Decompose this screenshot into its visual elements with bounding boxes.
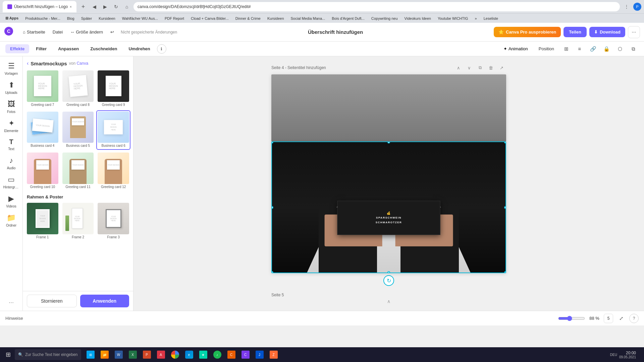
tab-close-btn[interactable]: × xyxy=(70,5,72,9)
extensions-btn[interactable]: ⋮ xyxy=(622,2,631,11)
position-btn[interactable]: Position xyxy=(535,44,558,53)
mockup-greeting11[interactable]: YOUR DESIGN Greeting card 11 xyxy=(61,151,95,191)
bookmark-14[interactable]: Youtube WICHTIG xyxy=(435,16,471,21)
sidebar-item-more[interactable]: ··· xyxy=(2,296,21,308)
bookmark-more[interactable]: » xyxy=(472,16,480,21)
browser-tab[interactable]: Überschrift hinzufügen – Logo × xyxy=(3,1,76,12)
mockup-greeting8[interactable]: YOURDESIGNHERE Greeting card 8 xyxy=(61,69,95,109)
align-icon-btn[interactable]: ≡ xyxy=(574,44,585,54)
tab-filter[interactable]: Filter xyxy=(31,44,51,53)
panel-source-link[interactable]: Canva xyxy=(76,61,88,66)
new-tab-btn[interactable]: + xyxy=(78,2,88,11)
bottom-rotate-btn[interactable]: ↻ xyxy=(383,275,394,286)
more-btn[interactable]: ··· xyxy=(628,26,640,38)
bookmark-7[interactable]: Cload + Canva Bilder... xyxy=(188,16,231,21)
page4-delete-btn[interactable]: 🗑 xyxy=(486,63,495,72)
apply-btn[interactable]: Anwenden xyxy=(80,295,129,307)
bookmark-reading[interactable]: Leseliste xyxy=(481,16,501,21)
refresh-btn[interactable]: ↻ xyxy=(111,2,121,11)
info-btn[interactable]: ℹ xyxy=(157,44,166,54)
taskbar-item-app9[interactable]: ♪ xyxy=(211,348,224,361)
mockup-greeting9[interactable]: YOURDESIGNHERE Greeting card 9 xyxy=(96,69,130,109)
sidebar-item-elemente[interactable]: ✦ Elemente xyxy=(2,116,21,135)
tab-umdrehen[interactable]: Umdrehen xyxy=(124,44,155,53)
sidebar-item-uploads[interactable]: ⬆ Uploads xyxy=(2,78,21,97)
mockup-frame3[interactable]: YOURDESIGNHERE Frame 3 xyxy=(96,201,130,241)
resize-nav-btn[interactable]: ↔ Größe ändern xyxy=(67,27,106,37)
undo-btn[interactable]: ↩ xyxy=(107,27,117,37)
bookmark-13[interactable]: Videokurs Ideen xyxy=(402,16,434,21)
mockup-greeting7[interactable]: YOURDESIGNHERE Greeting card 7 xyxy=(25,69,60,109)
bookmark-12[interactable]: Copywriting neu xyxy=(369,16,400,21)
canva-home-btn[interactable]: C xyxy=(4,26,13,38)
mockup-business5[interactable]: YOUR DESIGN Business card 5 xyxy=(61,110,95,150)
sidebar-item-vorlagen[interactable]: ☰ Vorlagen xyxy=(2,59,21,77)
handle-br[interactable] xyxy=(504,271,506,273)
taskbar-item-ppt[interactable]: P xyxy=(140,348,154,361)
taskbar-item-wv[interactable]: W xyxy=(112,348,125,361)
pages-collapse-btn[interactable]: ∧ xyxy=(271,299,506,304)
bookmark-3[interactable]: Später xyxy=(78,16,95,21)
handle-tr[interactable] xyxy=(504,141,506,143)
taskbar-item-1[interactable]: ⊞ xyxy=(84,348,97,361)
animation-btn[interactable]: ✦ Animation xyxy=(499,44,532,53)
tab-anpassen[interactable]: Anpassen xyxy=(53,44,84,53)
page4-duplicate-btn[interactable]: ⧉ xyxy=(475,63,485,72)
handle-mr[interactable] xyxy=(504,206,506,209)
home-nav-btn[interactable]: ⌂ Startseite xyxy=(19,27,49,37)
grid-icon-btn[interactable]: ⊞ xyxy=(561,44,572,54)
sidebar-item-fotos[interactable]: 🖼 Fotos xyxy=(2,97,21,116)
mockup-frame1[interactable]: YOURDESIGNHERE Frame 1 xyxy=(25,201,60,241)
bookmark-4[interactable]: Kursideen xyxy=(96,16,118,21)
bookmark-8[interactable]: Dinner & Crime xyxy=(233,16,263,21)
bookmark-apps[interactable]: ⊞ Apps xyxy=(3,15,21,21)
mockup-greeting10[interactable]: YOUR DESIGN Greeting card 10 xyxy=(25,151,60,191)
zoom-slider[interactable] xyxy=(558,316,585,321)
sidebar-item-audio[interactable]: ♪ Audio xyxy=(2,154,21,172)
link-icon-btn[interactable]: 🔗 xyxy=(588,44,598,54)
bookmark-9[interactable]: Kursideen xyxy=(265,16,287,21)
effects-icon-btn[interactable]: ⬡ xyxy=(614,44,625,54)
windows-start-btn[interactable]: ⊞ xyxy=(3,349,13,360)
help-btn[interactable]: ? xyxy=(629,314,639,323)
panel-scroll-area[interactable]: YOURDESIGNHERE Greeting card 7 YOURDESIG… xyxy=(23,66,133,291)
bookmark-10[interactable]: Social Media Mana... xyxy=(288,16,328,21)
fullscreen-btn[interactable]: ⤢ xyxy=(616,313,627,324)
bookmark-5[interactable]: Wahlfächer WU Aus... xyxy=(119,16,161,21)
page4-down-btn[interactable]: ∨ xyxy=(465,63,474,72)
canva-pro-btn[interactable]: ⭐ Canva Pro ausprobieren xyxy=(494,27,561,37)
sidebar-item-videos[interactable]: ▶ Videos xyxy=(2,192,21,210)
sidebar-item-ordner[interactable]: 📁 Ordner xyxy=(2,211,21,229)
mockup-frame2[interactable]: YOURDESIGNHERE Frame 2 xyxy=(61,201,95,241)
home-btn[interactable]: ⌂ xyxy=(122,2,131,11)
taskbar-item-app11[interactable]: C xyxy=(239,348,252,361)
mockup-greeting12[interactable]: YOUR DESIGN Greeting card 12 xyxy=(96,151,130,191)
taskbar-item-explorer[interactable]: 📁 xyxy=(98,348,111,361)
mockup-business4[interactable]: YOUR DESIGN YOUR DESIGN Business card 4 xyxy=(25,110,60,150)
page4-up-btn[interactable]: ∧ xyxy=(454,63,463,72)
sidebar-item-hintergrund[interactable]: ▭ Hintergru... xyxy=(2,173,21,191)
lock-icon-btn[interactable]: 🔒 xyxy=(601,44,612,54)
taskbar-item-edge[interactable]: e xyxy=(182,348,196,361)
page4-share-btn[interactable]: ↗ xyxy=(497,63,506,72)
file-nav-btn[interactable]: Datei xyxy=(49,27,66,37)
taskbar-item-app12[interactable]: J xyxy=(253,348,266,361)
forward-btn[interactable]: ▶ xyxy=(101,2,110,11)
page-num-badge[interactable]: 5 xyxy=(604,314,613,323)
tab-effekte[interactable]: Effekte xyxy=(5,44,29,53)
bookmark-1[interactable]: Produktsuche - Mer... xyxy=(22,16,63,21)
handle-bl[interactable] xyxy=(271,271,273,273)
mockup-business6[interactable]: YOUR DESIGN HERE Business card 6 xyxy=(96,110,130,150)
sidebar-item-text[interactable]: T Text xyxy=(2,135,21,153)
bookmark-6[interactable]: PDF Report xyxy=(162,16,187,21)
taskbar-search[interactable]: 🔍 Zur Suche Text hier eingeben xyxy=(15,349,81,360)
address-bar[interactable]: canva.com/design/DAEdomzscjl/drBfjHdCojl… xyxy=(133,2,620,11)
share-btn[interactable]: Teilen xyxy=(564,27,587,37)
taskbar-item-app8[interactable]: ★ xyxy=(197,348,210,361)
tab-zuschneiden[interactable]: Zuschneiden xyxy=(86,44,122,53)
canvas-area[interactable]: ◀ Seite 4 - Seitentitel hinzufügen ∧ ∨ ⧉… xyxy=(133,56,644,311)
page4-canvas[interactable]: 💰 SPARSCHWEIN SCHMAROTZER ↻ xyxy=(271,141,506,273)
bookmark-2[interactable]: Blog xyxy=(64,16,77,21)
taskbar-item-app13[interactable]: Z xyxy=(267,348,280,361)
taskbar-item-app10[interactable]: C xyxy=(225,348,238,361)
